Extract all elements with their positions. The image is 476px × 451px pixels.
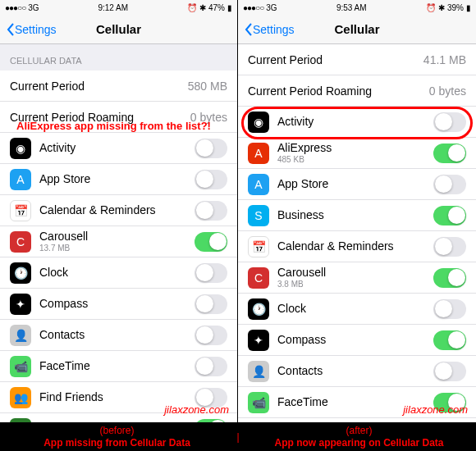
cellular-toggle[interactable] bbox=[195, 419, 227, 423]
app-name: App Store bbox=[277, 178, 433, 190]
cellular-toggle[interactable] bbox=[195, 232, 227, 252]
cellular-toggle[interactable] bbox=[433, 299, 466, 319]
app-data-usage: 3.8 MB bbox=[277, 280, 433, 289]
app-name: Contacts bbox=[39, 329, 195, 341]
cellular-toggle[interactable] bbox=[433, 362, 466, 381]
app-icon: A bbox=[10, 169, 31, 190]
app-name: Compass bbox=[277, 334, 433, 346]
cellular-toggle[interactable] bbox=[433, 144, 466, 163]
status-bar: ●●●○○3G 9:12 AM ⏰✱47%▮ bbox=[0, 0, 237, 15]
app-icon: S bbox=[248, 205, 269, 226]
app-row[interactable]: ✦Compass bbox=[238, 325, 476, 356]
app-row[interactable]: AApp Store bbox=[238, 169, 476, 200]
app-name: Find Friends bbox=[39, 391, 195, 403]
cellular-toggle[interactable] bbox=[433, 237, 466, 257]
cellular-toggle[interactable] bbox=[195, 139, 227, 158]
app-row[interactable]: 👤Contacts bbox=[238, 356, 476, 387]
app-icon: A bbox=[248, 174, 269, 195]
app-row[interactable]: 👤Contacts bbox=[0, 320, 237, 351]
app-row[interactable]: ✦Compass bbox=[0, 289, 237, 320]
app-icon: 📹 bbox=[10, 356, 31, 377]
app-name: AliExpress bbox=[277, 142, 433, 154]
app-row[interactable]: CCarousell13.7 MB bbox=[0, 226, 237, 257]
cellular-toggle[interactable] bbox=[433, 330, 466, 350]
app-icon: ✦ bbox=[248, 330, 269, 351]
app-name: App Store bbox=[39, 173, 195, 185]
app-icon: A bbox=[248, 143, 269, 164]
app-icon: 👤 bbox=[248, 361, 269, 382]
cellular-toggle[interactable] bbox=[433, 112, 466, 132]
app-row[interactable]: 📹FaceTime bbox=[0, 351, 237, 382]
app-data-usage: 485 KB bbox=[277, 155, 433, 164]
current-period-row[interactable]: Current Period580 MB bbox=[0, 71, 237, 102]
app-row[interactable]: 📅Calendar & Reminders bbox=[0, 195, 237, 226]
app-data-usage: 13.7 MB bbox=[39, 244, 195, 253]
app-row[interactable]: 🕐Clock bbox=[0, 257, 237, 289]
cellular-toggle[interactable] bbox=[195, 326, 227, 345]
app-row[interactable]: AApp Store bbox=[0, 164, 237, 195]
app-row[interactable]: CCarousell3.8 MB bbox=[238, 262, 476, 294]
app-name: Calendar & Reminders bbox=[39, 204, 195, 216]
cellular-toggle[interactable] bbox=[433, 175, 466, 194]
footer: (before) App missing from Cellular Data … bbox=[0, 422, 476, 451]
cellular-toggle[interactable] bbox=[195, 357, 227, 376]
cellular-toggle[interactable] bbox=[433, 206, 466, 226]
app-row[interactable]: 🕐Clock bbox=[238, 294, 476, 325]
watermark: jilaxzone.com bbox=[403, 403, 468, 416]
roaming-row[interactable]: Current Period Roaming0 bytes bbox=[238, 75, 476, 107]
app-name: Carousell bbox=[277, 266, 433, 279]
app-icon: 📅 bbox=[248, 236, 269, 257]
app-icon: 📹 bbox=[248, 392, 269, 413]
app-icon: ◎ bbox=[10, 418, 31, 423]
app-name: Calendar & Reminders bbox=[277, 240, 433, 253]
app-icon: C bbox=[10, 231, 31, 253]
watermark: jilaxzone.com bbox=[164, 403, 229, 416]
app-name: FaceTime bbox=[39, 360, 195, 372]
app-row[interactable]: ◉Activity bbox=[0, 133, 237, 164]
back-button[interactable]: Settings bbox=[7, 23, 57, 36]
app-name: Compass bbox=[39, 298, 195, 310]
app-icon: ◉ bbox=[10, 138, 31, 159]
app-icon: 🕐 bbox=[10, 262, 31, 284]
app-row[interactable]: AAliExpress485 KB bbox=[238, 138, 476, 169]
app-name: Contacts bbox=[277, 365, 433, 377]
app-icon: 📅 bbox=[10, 200, 31, 221]
cellular-toggle[interactable] bbox=[195, 263, 227, 283]
app-name: Activity bbox=[39, 142, 195, 154]
nav-bar: Settings Cellular bbox=[0, 15, 237, 44]
cellular-toggle[interactable] bbox=[433, 268, 466, 288]
app-row[interactable]: 👥Find Friends bbox=[238, 418, 476, 422]
roaming-row[interactable]: Current Period Roaming0 bytes bbox=[0, 102, 237, 133]
cellular-toggle[interactable] bbox=[195, 170, 227, 189]
app-icon: 👥 bbox=[10, 387, 31, 408]
app-icon: 👤 bbox=[10, 325, 31, 346]
app-row[interactable]: SBusiness bbox=[238, 200, 476, 231]
app-row[interactable]: ◉Activity bbox=[238, 107, 476, 138]
current-period-row[interactable]: Current Period41.1 MB bbox=[238, 44, 476, 75]
app-row[interactable]: 📅Calendar & Reminders bbox=[238, 231, 476, 262]
nav-bar: Settings Cellular bbox=[238, 15, 476, 44]
app-name: Activity bbox=[277, 116, 433, 128]
app-icon: ◉ bbox=[248, 112, 269, 133]
status-bar: ●●●○○3G 9:53 AM ⏰✱39%▮ bbox=[238, 0, 476, 15]
section-header: CELLULAR DATA bbox=[0, 44, 237, 71]
app-icon: C bbox=[248, 267, 269, 289]
app-name: Business bbox=[277, 209, 433, 221]
app-icon: 🕐 bbox=[248, 298, 269, 320]
cellular-toggle[interactable] bbox=[195, 201, 227, 221]
app-icon: ✦ bbox=[10, 294, 31, 315]
app-name: Carousell bbox=[39, 230, 195, 243]
app-name: Clock bbox=[277, 303, 433, 315]
cellular-toggle[interactable] bbox=[195, 294, 227, 314]
app-name: Clock bbox=[39, 266, 195, 279]
back-button[interactable]: Settings bbox=[245, 23, 295, 36]
